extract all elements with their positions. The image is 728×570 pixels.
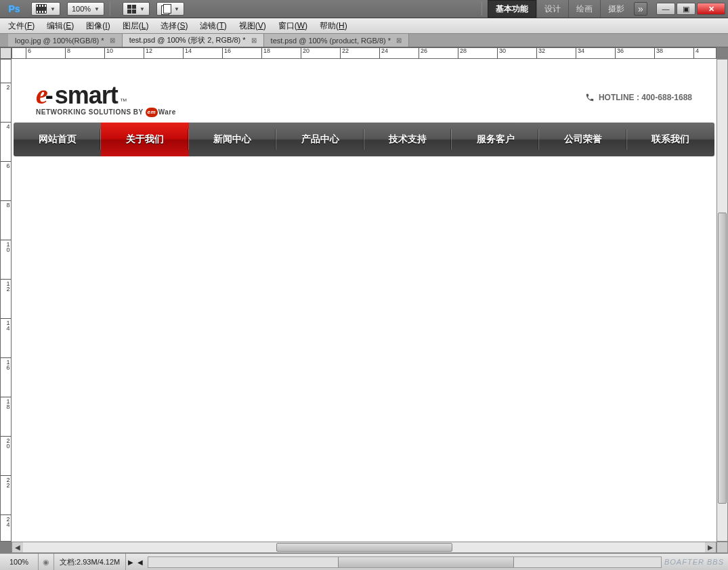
layout-dropdown[interactable]: ▼ [123, 2, 150, 16]
canvas[interactable]: e - smart ™ NETWORKING SOLUTIONS BY em W… [12, 59, 716, 542]
scroll-left-arrow[interactable]: ◀ [12, 542, 23, 552]
menu-T[interactable]: 滤镜(T) [200, 20, 226, 32]
ruler-tick: 20 [301, 48, 309, 58]
scrollbar-thumb[interactable] [338, 557, 514, 567]
ruler-tick: 6 [26, 48, 31, 58]
ruler-tick: 24 [1, 514, 11, 527]
status-doc-info[interactable]: 文档:2.93M/4.12M [53, 554, 126, 570]
status-scroll-left[interactable]: ◀ [135, 558, 145, 566]
window-controls: — ▣ ✕ [655, 3, 725, 15]
zoom-dropdown[interactable]: 100%▼ [67, 2, 104, 16]
ruler-tick: 12 [1, 279, 11, 291]
scrollbar-vertical[interactable] [716, 59, 728, 542]
separator [481, 2, 482, 16]
ruler-origin[interactable] [0, 47, 12, 59]
document-tab[interactable]: logo.jpg @ 100%(RGB/8) *⊠ [8, 34, 123, 47]
nav-item: 关于我们 [101, 123, 188, 156]
scrollbar-thumb[interactable] [276, 543, 452, 552]
workspace-绘画[interactable]: 绘画 [568, 0, 600, 18]
menu-L[interactable]: 图层(L) [123, 20, 149, 32]
menu-W[interactable]: 窗口(W) [278, 20, 307, 32]
ruler-tick: 14 [1, 318, 11, 330]
docs-icon [161, 4, 171, 14]
scrollbar-horizontal-canvas[interactable]: ◀ ▶ [12, 542, 716, 553]
screen-mode-dropdown[interactable]: ▼ [156, 2, 184, 16]
ruler-tick: 18 [1, 397, 11, 409]
grid-icon [127, 5, 136, 14]
tool-preset-dropdown[interactable]: ▼ [31, 2, 60, 16]
maximize-button[interactable]: ▣ [677, 3, 695, 15]
close-button[interactable]: ✕ [697, 3, 725, 15]
ruler-tick: 22 [1, 475, 11, 487]
ruler-tick: 10 [104, 48, 113, 58]
workspace-more-dropdown[interactable]: » [634, 2, 647, 16]
scroll-corner [716, 542, 728, 553]
ruler-tick: 4 [1, 122, 11, 129]
document-tab[interactable]: test.psd @ 100% (形状 2, RGB/8) *⊠ [123, 34, 264, 47]
ruler-horizontal[interactable]: 681012141618202224262830323436384 [12, 47, 716, 59]
menu-V[interactable]: 视图(V) [239, 20, 266, 32]
menu-bar: 文件(F)编辑(E)图像(I)图层(L)选择(S)滤镜(T)视图(V)窗口(W)… [0, 18, 728, 34]
status-bar: 100% ◉ 文档:2.93M/4.12M ▶ ◀ BOAFTER BBS [0, 553, 728, 570]
ruler-tick: 24 [379, 48, 388, 58]
logo-tagline: NETWORKING SOLUTIONS BY em Ware [36, 108, 176, 117]
status-sync-icon[interactable]: ◉ [39, 558, 53, 567]
close-tab-icon[interactable]: ⊠ [110, 37, 115, 44]
site-header: e - smart ™ NETWORKING SOLUTIONS BY em W… [12, 59, 716, 123]
logo-trademark: ™ [120, 97, 127, 105]
design-content: e - smart ™ NETWORKING SOLUTIONS BY em W… [12, 59, 716, 156]
ruler-tick: 14 [183, 48, 192, 58]
scroll-right-arrow[interactable]: ▶ [705, 542, 716, 552]
close-tab-icon[interactable]: ⊠ [396, 37, 402, 44]
logo-text: smart [55, 81, 118, 110]
nav-item: 服务客户 [452, 123, 539, 156]
menu-F[interactable]: 文件(F) [8, 20, 35, 32]
menu-S[interactable]: 选择(S) [160, 20, 188, 32]
close-tab-icon[interactable]: ⊠ [251, 37, 257, 44]
workspace-设计[interactable]: 设计 [536, 0, 568, 18]
nav-item: 公司荣誉 [539, 123, 626, 156]
ruler-tick: 30 [497, 48, 506, 58]
ruler-tick: 22 [340, 48, 349, 58]
menu-I[interactable]: 图像(I) [86, 20, 110, 32]
ruler-tick: 26 [419, 48, 427, 58]
document-tab[interactable]: test.psd @ 100% (product, RGB/8) *⊠ [264, 34, 409, 47]
workspace-摄影[interactable]: 摄影 [600, 0, 632, 18]
ruler-tick: 32 [536, 48, 545, 58]
ruler-tick: 38 [654, 48, 663, 58]
ruler-tick: 18 [261, 48, 270, 58]
menu-E[interactable]: 编辑(E) [47, 20, 74, 32]
minimize-button[interactable]: — [656, 3, 675, 15]
ruler-vertical[interactable]: 24681012141618202224 [0, 59, 12, 542]
scrollbar-thumb[interactable] [718, 213, 727, 504]
separator [110, 2, 110, 16]
menu-H[interactable]: 帮助(H) [320, 20, 347, 32]
watermark: BOAFTER BBS [664, 558, 724, 566]
site-logo: e - smart ™ NETWORKING SOLUTIONS BY em W… [36, 79, 176, 117]
ruler-tick: 16 [222, 48, 231, 58]
nav-item: 联系我们 [627, 123, 714, 156]
ruler-tick: 8 [1, 200, 11, 207]
ruler-tick: 4 [693, 48, 699, 58]
zoom-value: 100% [72, 5, 91, 13]
ruler-tick: 16 [1, 357, 11, 370]
ruler-tick: 2 [1, 83, 11, 89]
ruler-tick: 20 [1, 436, 11, 448]
status-info-dropdown[interactable]: ▶ [126, 558, 135, 566]
site-nav: 网站首页关于我们新闻中心产品中心技术支持服务客户公司荣誉联系我们 [14, 123, 714, 156]
em-badge: em [146, 108, 158, 117]
ruler-tick: 10 [1, 240, 11, 252]
workspace-switcher: 基本功能设计绘画摄影 » — ▣ ✕ [476, 0, 728, 18]
workspace-基本功能[interactable]: 基本功能 [488, 0, 536, 18]
status-zoom[interactable]: 100% [0, 554, 39, 570]
hotline-text: HOTLINE : 400-688-1688 [599, 93, 692, 102]
ruler-tick: 6 [1, 161, 11, 168]
phone-icon [585, 93, 595, 102]
scrollbar-horizontal-status[interactable] [148, 556, 662, 568]
ruler-tick: 28 [458, 48, 467, 58]
film-icon [36, 4, 47, 14]
application-bar: Ps ▼ 100%▼ ▼ ▼ 基本功能设计绘画摄影 » — ▣ ✕ [0, 0, 728, 18]
hotline: HOTLINE : 400-688-1688 [585, 93, 692, 102]
nav-item: 网站首页 [14, 123, 101, 156]
ruler-tick: 12 [144, 48, 152, 58]
